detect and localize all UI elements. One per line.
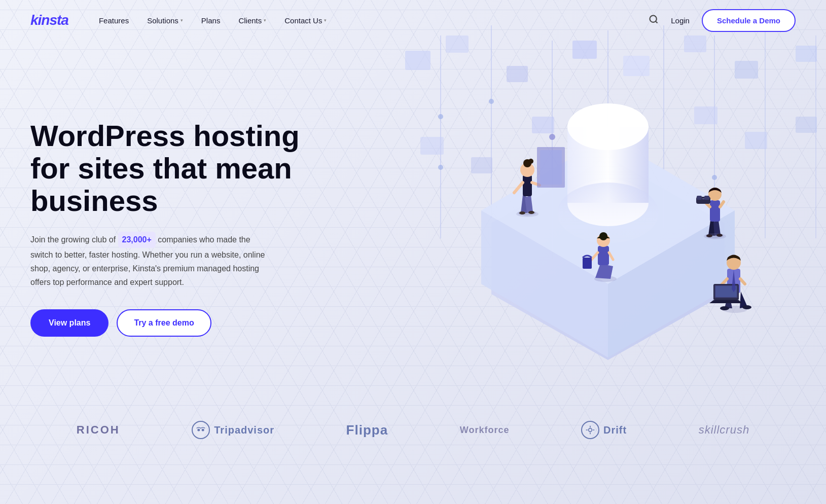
login-button[interactable]: Login [671,16,690,25]
tripadvisor-icon [192,421,210,439]
hero-buttons: View plans Try a free demo [30,309,304,337]
svg-rect-27 [694,106,717,124]
nav-features[interactable]: Features [99,16,129,25]
svg-point-72 [202,429,204,431]
svg-rect-57 [704,196,709,200]
svg-point-16 [549,134,555,140]
svg-point-14 [489,99,494,104]
svg-rect-28 [745,132,767,149]
svg-rect-23 [420,137,444,155]
logo-drift: Drift [581,421,627,439]
logo-ricoh: RICOH [77,423,120,437]
svg-rect-9 [796,46,817,62]
svg-point-71 [198,429,200,431]
logo-flippa: Flippa [346,422,388,438]
svg-point-37 [557,183,659,243]
search-icon [649,14,659,24]
nav-actions: Login Schedule a Demo [649,9,796,32]
company-count-badge: 23,000+ [118,232,156,247]
svg-rect-53 [710,200,720,222]
svg-point-50 [599,232,607,240]
svg-point-42 [528,159,533,164]
hero-title: WordPress hosting for sites that mean bu… [30,120,304,217]
view-plans-button[interactable]: View plans [30,309,109,337]
navbar: kinsta Features Solutions ▾ Plans Client… [0,0,826,41]
svg-point-69 [516,211,538,217]
svg-point-67 [720,306,729,310]
hero-illustration [380,25,826,421]
svg-rect-51 [583,258,592,269]
svg-rect-24 [471,157,492,173]
svg-rect-46 [540,150,562,185]
svg-point-20 [712,175,717,180]
drift-icon [581,421,599,439]
illustration-svg [380,25,826,421]
svg-point-0 [650,15,657,22]
nav-plans[interactable]: Plans [201,16,221,25]
try-demo-button[interactable]: Try a free demo [117,309,211,337]
nav-links: Features Solutions ▾ Plans Clients ▾ Con… [99,16,649,25]
svg-rect-39 [523,175,532,196]
chevron-down-icon: ▾ [264,18,266,23]
svg-rect-29 [796,117,817,133]
nav-contact[interactable]: Contact Us ▾ [284,16,327,25]
logo-skillcrush: skillcrush [699,423,749,437]
search-button[interactable] [649,14,659,27]
svg-rect-2 [405,51,430,70]
logo-tripadvisor: Tripadvisor [192,421,274,439]
svg-line-1 [656,21,658,23]
schedule-demo-button[interactable]: Schedule a Demo [702,9,796,32]
svg-rect-4 [507,66,528,82]
svg-rect-48 [598,246,609,265]
brand-logo[interactable]: kinsta [30,12,68,28]
svg-rect-56 [697,196,702,200]
hero-content: WordPress hosting for sites that mean bu… [30,120,304,337]
svg-rect-25 [532,117,554,133]
chevron-down-icon: ▾ [324,18,327,23]
nav-clients[interactable]: Clients ▾ [238,16,266,25]
svg-rect-5 [572,41,597,59]
svg-point-12 [438,165,443,170]
hero-section: WordPress hosting for sites that mean bu… [0,41,826,395]
nav-solutions[interactable]: Solutions ▾ [147,16,183,25]
svg-point-68 [742,305,751,309]
svg-point-11 [438,114,443,119]
svg-point-73 [589,428,592,432]
svg-point-70 [704,233,726,239]
svg-point-36 [567,103,649,150]
hero-description: Join the growing club of 23,000+ compani… [30,232,274,289]
logo-workforce: Workforce [460,425,510,436]
chevron-down-icon: ▾ [181,18,183,23]
svg-rect-8 [735,61,758,79]
svg-rect-6 [623,56,650,76]
